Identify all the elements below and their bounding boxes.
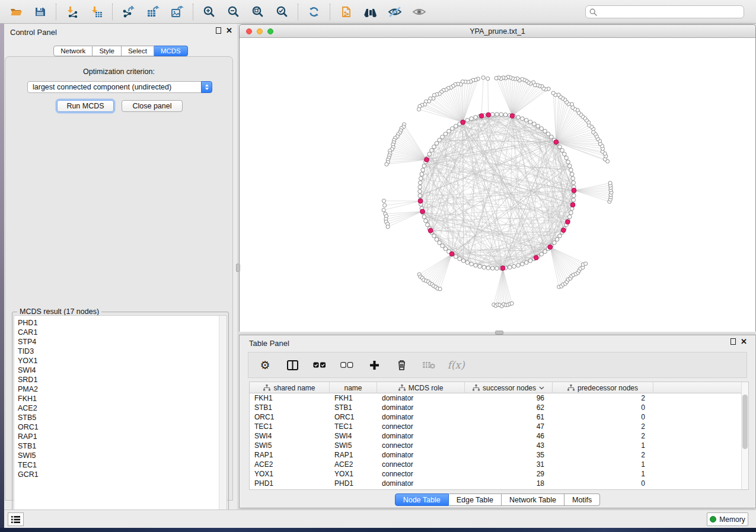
export-image-button[interactable] [165,2,189,22]
zoom-out-button[interactable] [221,2,245,22]
export-network-button[interactable] [116,2,141,22]
column-header-predecessor-nodes[interactable]: predecessor nodes [553,382,653,393]
horizontal-splitter-handle[interactable] [495,331,503,335]
select-all-rows-button[interactable] [312,357,327,373]
tab-edge-table[interactable]: Edge Table [449,493,502,506]
mcds-result-item[interactable]: TEC1 [14,460,227,470]
table-cell: ORC1 [250,412,330,422]
table-row[interactable]: YOX1YOX1connector291 [250,469,748,479]
zoom-in-button[interactable] [197,2,221,22]
mcds-result-item[interactable]: PHD1 [14,318,227,328]
mcds-result-item[interactable]: SWI5 [14,451,227,460]
zoom-in-icon [203,5,215,18]
tab-motifs[interactable]: Motifs [564,493,600,506]
vertical-splitter-handle[interactable] [236,264,240,272]
window-zoom-icon[interactable] [267,28,273,34]
deselect-all-rows-button[interactable] [340,357,354,373]
import-table-button[interactable] [84,2,109,22]
table-cell: ORC1 [330,412,377,422]
zoom-fit-button[interactable] [245,2,270,22]
mcds-result-item[interactable]: SRD1 [14,375,227,384]
export-table-button[interactable] [141,2,165,22]
close-panel-icon[interactable]: ✕ [741,338,747,345]
table-cell: STB1 [330,403,377,412]
network-from-document-button[interactable] [334,2,358,22]
add-column-button[interactable] [367,357,381,373]
mcds-result-item[interactable]: YOX1 [14,356,227,366]
mcds-result-item[interactable]: PMA2 [14,384,227,394]
table-scrollbar[interactable] [741,382,748,489]
save-session-button[interactable] [28,2,52,22]
delete-columns-button[interactable] [394,357,409,373]
mcds-result-item[interactable]: SWI4 [14,366,227,375]
mcds-result-item[interactable]: FKH1 [14,394,227,403]
function-builder-button[interactable]: f(x) [449,357,463,373]
show-panels-button[interactable] [8,512,24,526]
table-settings-button[interactable]: ⚙ [258,357,272,373]
column-header-name[interactable]: name [330,382,377,393]
table-row[interactable]: ACE2ACE2connector311 [250,460,748,469]
refresh-layout-button[interactable] [302,2,326,22]
mcds-result-item[interactable]: STB1 [14,441,227,451]
table-cell: 47 [465,422,553,431]
column-header-shared-name[interactable]: shared name [250,382,330,393]
table-row[interactable]: RAP1RAP1dominator352 [250,450,748,460]
tab-style[interactable]: Style [92,46,122,56]
mcds-result-item[interactable]: CAR1 [14,328,227,337]
mcds-result-item[interactable]: STP4 [14,337,227,347]
column-header-MCDS-role[interactable]: MCDS role [377,382,465,393]
float-panel-icon[interactable] [731,338,736,345]
table-row[interactable]: STB1STB1dominator620 [250,403,748,412]
hide-selected-button[interactable] [382,2,407,22]
tab-mcds[interactable]: MCDS [154,46,188,56]
show-all-button[interactable] [407,2,431,22]
window-close-icon[interactable] [246,28,252,34]
vertical-splitter[interactable] [237,24,239,509]
table-row[interactable]: SWI5SWI5connector431 [250,441,748,450]
table-cell: SWI5 [330,441,377,450]
open-session-button[interactable] [4,2,28,22]
close-panel-icon[interactable]: ✕ [226,27,232,34]
memory-button[interactable]: Memory [707,512,748,526]
zoom-selected-button[interactable] [270,2,294,22]
close-panel-button[interactable]: Close panel [122,100,183,112]
main-toolbar [0,0,756,24]
fx-icon: f(x) [447,359,464,371]
table-cell: PHD1 [250,479,330,488]
import-network-icon [66,6,78,18]
mcds-result-item[interactable]: TID3 [14,347,227,356]
mcds-list-scrollbar[interactable] [219,316,227,527]
table-row[interactable]: FKH1FKH1dominator962 [250,393,748,403]
mcds-result-item[interactable]: ACE2 [14,403,227,413]
window-minimize-icon[interactable] [257,28,263,34]
table-scrollbar-thumb[interactable] [742,395,748,449]
tab-network-table[interactable]: Network Table [502,493,564,506]
mcds-result-item[interactable]: ORC1 [14,422,227,432]
control-panel-header: Control Panel ✕ [4,24,237,40]
mcds-result-item[interactable]: RAP1 [14,432,227,441]
tab-node-table[interactable]: Node Table [395,493,449,506]
network-canvas[interactable] [240,38,755,332]
search-input[interactable] [600,8,740,16]
run-mcds-button[interactable]: Run MCDS [57,100,114,112]
clear-table-button[interactable] [422,357,436,373]
table-row[interactable]: TEC1TEC1connector472 [250,422,748,431]
network-window-titlebar[interactable]: YPA_prune.txt_1 [240,25,755,38]
optimization-criterion-dropdown[interactable]: largest connected component (undirected) [27,81,212,93]
table-row[interactable]: ORC1ORC1dominator610 [250,412,748,422]
table-cell: connector [377,422,465,431]
import-network-button[interactable] [60,2,84,22]
table-row[interactable]: PHD1PHD1dominator180 [250,479,748,488]
tab-network[interactable]: Network [53,46,92,56]
network-graph[interactable] [240,38,755,332]
tab-select[interactable]: Select [122,46,154,56]
search-box[interactable] [585,5,744,18]
float-panel-icon[interactable] [216,27,221,34]
table-row[interactable]: SWI4SWI4dominator462 [250,431,748,441]
mcds-result-item[interactable]: GCR1 [14,470,227,479]
mcds-result-item[interactable]: STB5 [14,413,227,422]
column-visibility-button[interactable] [285,357,299,373]
attribute-icon [263,384,270,391]
column-header-successor-nodes[interactable]: successor nodes [465,382,553,393]
binoculars-search-button[interactable] [358,2,382,22]
